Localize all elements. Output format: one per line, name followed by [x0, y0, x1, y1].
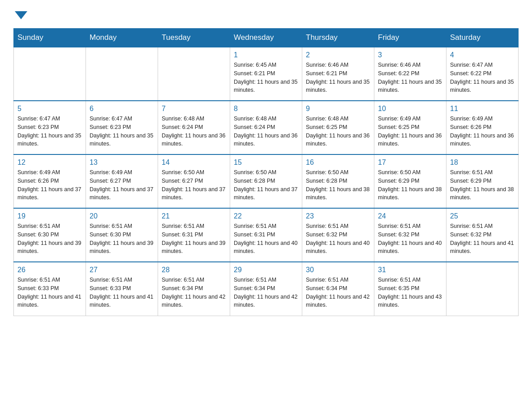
day-info: Sunrise: 6:46 AMSunset: 6:21 PMDaylight:… — [306, 61, 370, 94]
day-number: 9 — [306, 105, 370, 113]
day-info: Sunrise: 6:51 AMSunset: 6:30 PMDaylight:… — [90, 222, 154, 256]
day-number: 12 — [17, 158, 82, 167]
day-of-week-header: Tuesday — [158, 29, 230, 47]
calendar-cell: 4Sunrise: 6:47 AMSunset: 6:22 PMDaylight… — [446, 47, 519, 101]
day-info: Sunrise: 6:49 AMSunset: 6:26 PMDaylight:… — [17, 168, 82, 202]
day-info: Sunrise: 6:48 AMSunset: 6:25 PMDaylight:… — [306, 115, 370, 148]
calendar-cell: 19Sunrise: 6:51 AMSunset: 6:30 PMDayligh… — [14, 208, 86, 262]
logo-arrow-icon — [15, 11, 27, 19]
calendar-cell: 7Sunrise: 6:48 AMSunset: 6:24 PMDaylight… — [158, 101, 230, 154]
calendar-cell: 30Sunrise: 6:51 AMSunset: 6:34 PMDayligh… — [302, 262, 374, 316]
day-info: Sunrise: 6:51 AMSunset: 6:31 PMDaylight:… — [234, 222, 298, 256]
calendar-cell — [446, 262, 519, 316]
day-info: Sunrise: 6:45 AMSunset: 6:21 PMDaylight:… — [234, 61, 298, 94]
day-number: 15 — [234, 158, 298, 167]
day-number: 29 — [234, 266, 298, 274]
calendar-cell — [86, 47, 158, 101]
day-info: Sunrise: 6:49 AMSunset: 6:25 PMDaylight:… — [378, 115, 442, 148]
calendar-week-row: 12Sunrise: 6:49 AMSunset: 6:26 PMDayligh… — [14, 154, 519, 208]
calendar-cell: 27Sunrise: 6:51 AMSunset: 6:33 PMDayligh… — [86, 262, 158, 316]
calendar-week-row: 19Sunrise: 6:51 AMSunset: 6:30 PMDayligh… — [14, 208, 519, 262]
day-info: Sunrise: 6:51 AMSunset: 6:33 PMDaylight:… — [17, 276, 82, 309]
day-of-week-header: Saturday — [446, 29, 519, 47]
day-number: 30 — [306, 266, 370, 274]
calendar-cell — [158, 47, 230, 101]
calendar-cell: 13Sunrise: 6:49 AMSunset: 6:27 PMDayligh… — [86, 154, 158, 208]
calendar-cell: 31Sunrise: 6:51 AMSunset: 6:35 PMDayligh… — [374, 262, 446, 316]
calendar-week-row: 26Sunrise: 6:51 AMSunset: 6:33 PMDayligh… — [14, 262, 519, 316]
day-info: Sunrise: 6:47 AMSunset: 6:22 PMDaylight:… — [450, 61, 515, 94]
day-of-week-header: Monday — [86, 29, 158, 47]
calendar-header-row: SundayMondayTuesdayWednesdayThursdayFrid… — [14, 29, 519, 47]
calendar-cell: 2Sunrise: 6:46 AMSunset: 6:21 PMDaylight… — [302, 47, 374, 101]
calendar-cell: 14Sunrise: 6:50 AMSunset: 6:27 PMDayligh… — [158, 154, 230, 208]
day-info: Sunrise: 6:51 AMSunset: 6:34 PMDaylight:… — [234, 276, 298, 309]
day-info: Sunrise: 6:51 AMSunset: 6:29 PMDaylight:… — [450, 168, 515, 202]
calendar-week-row: 5Sunrise: 6:47 AMSunset: 6:23 PMDaylight… — [14, 101, 519, 154]
day-of-week-header: Sunday — [14, 29, 86, 47]
calendar-week-row: 1Sunrise: 6:45 AMSunset: 6:21 PMDaylight… — [14, 47, 519, 101]
calendar-cell: 8Sunrise: 6:48 AMSunset: 6:24 PMDaylight… — [230, 101, 302, 154]
calendar-cell: 24Sunrise: 6:51 AMSunset: 6:32 PMDayligh… — [374, 208, 446, 262]
day-number: 8 — [234, 105, 298, 113]
day-number: 22 — [234, 212, 298, 220]
calendar-cell: 26Sunrise: 6:51 AMSunset: 6:33 PMDayligh… — [14, 262, 86, 316]
day-info: Sunrise: 6:51 AMSunset: 6:32 PMDaylight:… — [378, 222, 442, 256]
calendar-cell: 1Sunrise: 6:45 AMSunset: 6:21 PMDaylight… — [230, 47, 302, 101]
calendar-table: SundayMondayTuesdayWednesdayThursdayFrid… — [13, 28, 519, 316]
day-info: Sunrise: 6:51 AMSunset: 6:34 PMDaylight:… — [306, 276, 370, 309]
day-number: 19 — [17, 212, 82, 220]
day-info: Sunrise: 6:50 AMSunset: 6:27 PMDaylight:… — [162, 168, 226, 202]
day-number: 23 — [306, 212, 370, 220]
day-number: 21 — [162, 212, 226, 220]
day-info: Sunrise: 6:48 AMSunset: 6:24 PMDaylight:… — [162, 115, 226, 148]
calendar-cell: 22Sunrise: 6:51 AMSunset: 6:31 PMDayligh… — [230, 208, 302, 262]
logo — [13, 9, 27, 19]
calendar-cell: 16Sunrise: 6:50 AMSunset: 6:28 PMDayligh… — [302, 154, 374, 208]
day-number: 25 — [450, 212, 515, 220]
day-number: 28 — [162, 266, 226, 274]
day-info: Sunrise: 6:48 AMSunset: 6:24 PMDaylight:… — [234, 115, 298, 148]
day-info: Sunrise: 6:51 AMSunset: 6:31 PMDaylight:… — [162, 222, 226, 256]
day-number: 3 — [378, 51, 442, 59]
day-info: Sunrise: 6:50 AMSunset: 6:29 PMDaylight:… — [378, 168, 442, 202]
calendar-cell: 23Sunrise: 6:51 AMSunset: 6:32 PMDayligh… — [302, 208, 374, 262]
day-number: 4 — [450, 51, 515, 59]
day-info: Sunrise: 6:51 AMSunset: 6:30 PMDaylight:… — [17, 222, 82, 256]
page-header — [13, 9, 519, 19]
calendar-cell: 5Sunrise: 6:47 AMSunset: 6:23 PMDaylight… — [14, 101, 86, 154]
day-number: 10 — [378, 105, 442, 113]
calendar-cell: 15Sunrise: 6:50 AMSunset: 6:28 PMDayligh… — [230, 154, 302, 208]
day-number: 16 — [306, 158, 370, 167]
calendar-cell: 25Sunrise: 6:51 AMSunset: 6:32 PMDayligh… — [446, 208, 519, 262]
calendar-cell: 28Sunrise: 6:51 AMSunset: 6:34 PMDayligh… — [158, 262, 230, 316]
day-info: Sunrise: 6:51 AMSunset: 6:33 PMDaylight:… — [90, 276, 154, 309]
day-info: Sunrise: 6:51 AMSunset: 6:34 PMDaylight:… — [162, 276, 226, 309]
day-info: Sunrise: 6:49 AMSunset: 6:27 PMDaylight:… — [90, 168, 154, 202]
day-number: 24 — [378, 212, 442, 220]
calendar-cell: 12Sunrise: 6:49 AMSunset: 6:26 PMDayligh… — [14, 154, 86, 208]
calendar-cell: 17Sunrise: 6:50 AMSunset: 6:29 PMDayligh… — [374, 154, 446, 208]
day-number: 13 — [90, 158, 154, 167]
calendar-cell: 18Sunrise: 6:51 AMSunset: 6:29 PMDayligh… — [446, 154, 519, 208]
calendar-cell: 10Sunrise: 6:49 AMSunset: 6:25 PMDayligh… — [374, 101, 446, 154]
day-number: 18 — [450, 158, 515, 167]
day-number: 14 — [162, 158, 226, 167]
day-info: Sunrise: 6:51 AMSunset: 6:32 PMDaylight:… — [450, 222, 515, 256]
day-number: 26 — [17, 266, 82, 274]
calendar-cell: 21Sunrise: 6:51 AMSunset: 6:31 PMDayligh… — [158, 208, 230, 262]
day-of-week-header: Wednesday — [230, 29, 302, 47]
day-info: Sunrise: 6:50 AMSunset: 6:28 PMDaylight:… — [234, 168, 298, 202]
day-info: Sunrise: 6:47 AMSunset: 6:23 PMDaylight:… — [17, 115, 82, 148]
day-number: 31 — [378, 266, 442, 274]
calendar-cell: 6Sunrise: 6:47 AMSunset: 6:23 PMDaylight… — [86, 101, 158, 154]
day-info: Sunrise: 6:51 AMSunset: 6:32 PMDaylight:… — [306, 222, 370, 256]
day-info: Sunrise: 6:47 AMSunset: 6:23 PMDaylight:… — [90, 115, 154, 148]
day-number: 7 — [162, 105, 226, 113]
calendar-cell: 3Sunrise: 6:46 AMSunset: 6:22 PMDaylight… — [374, 47, 446, 101]
day-of-week-header: Friday — [374, 29, 446, 47]
calendar-cell: 9Sunrise: 6:48 AMSunset: 6:25 PMDaylight… — [302, 101, 374, 154]
day-number: 1 — [234, 51, 298, 59]
day-number: 20 — [90, 212, 154, 220]
calendar-cell: 29Sunrise: 6:51 AMSunset: 6:34 PMDayligh… — [230, 262, 302, 316]
